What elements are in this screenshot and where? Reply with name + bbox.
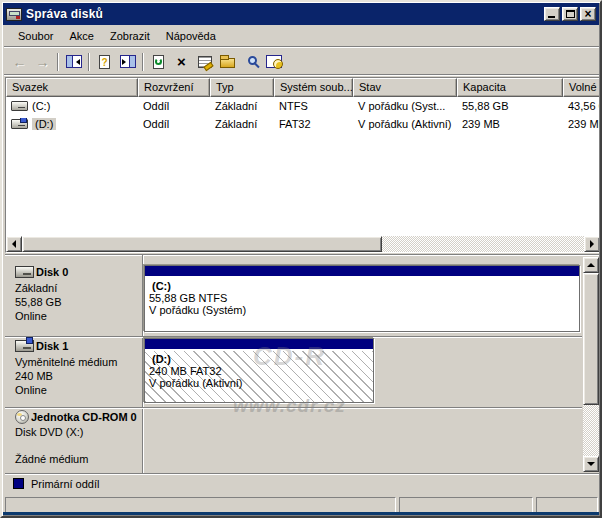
partition-d-size: 240 MB FAT32 xyxy=(149,365,373,377)
partition-d-status: V pořádku (Aktivní) xyxy=(149,377,373,389)
disk1-status: Online xyxy=(15,384,47,396)
disk-icon xyxy=(15,266,34,278)
cdrom-name: Jednotka CD-ROM 0 xyxy=(31,411,137,423)
refresh-button[interactable] xyxy=(147,51,170,73)
snapin-help-button[interactable] xyxy=(262,51,285,73)
primary-partition-band xyxy=(145,266,579,277)
cell-free: 239 MB xyxy=(563,118,601,130)
back-icon: ← xyxy=(13,55,27,69)
cell-layout: Oddíl xyxy=(138,100,210,112)
partition-c-label: (C:) xyxy=(152,280,579,292)
console-tree-icon xyxy=(66,55,82,68)
menu-bar: Soubor Akce Zobrazit Nápověda xyxy=(4,26,600,47)
disk0-header[interactable]: Disk 0 xyxy=(15,266,68,278)
scroll-right-button[interactable] xyxy=(584,236,600,252)
primary-partition-color-swatch xyxy=(13,478,24,489)
horizontal-scroll-track[interactable] xyxy=(382,236,584,252)
partition-c-status: V pořádku (Systém) xyxy=(149,304,579,316)
legend-label: Primární oddíl xyxy=(31,478,99,490)
list-header: Svazek Rozvržení Typ Systém soub... Stav… xyxy=(6,78,600,97)
volume-label: (C:) xyxy=(32,100,50,112)
disk1-type: Vyměnitelné médium xyxy=(15,356,117,368)
open-folder-icon xyxy=(220,58,235,68)
partition-c-size: 55,88 GB NTFS xyxy=(149,292,579,304)
graphical-view: Disk 0 Základní 55,88 GB Online (C:) 55,… xyxy=(5,254,601,473)
open-button[interactable] xyxy=(216,51,239,73)
minimize-button[interactable] xyxy=(544,7,560,21)
disk1-name: Disk 1 xyxy=(36,340,68,352)
column-typ[interactable]: Typ xyxy=(210,78,274,97)
volume-list: Svazek Rozvržení Typ Systém soub... Stav… xyxy=(5,77,601,253)
vertical-scroll-thumb[interactable] xyxy=(583,273,599,405)
forward-icon: → xyxy=(36,55,50,69)
column-system-souboru[interactable]: Systém soub... xyxy=(274,78,353,97)
hard-drive-icon xyxy=(11,101,28,111)
title-bar: Správa disků × xyxy=(3,3,599,25)
partition-d[interactable]: (D:) 240 MB FAT32 V pořádku (Aktivní) xyxy=(144,338,374,403)
partition-c[interactable]: (C:) 55,88 GB NTFS V pořádku (Systém) xyxy=(144,265,580,332)
magnifier-icon xyxy=(248,56,257,65)
close-icon: × xyxy=(581,7,595,21)
maximize-icon xyxy=(566,10,575,18)
cdrom-status: Žádné médium xyxy=(15,453,88,465)
scroll-up-button[interactable] xyxy=(583,257,599,273)
cell-status: V pořádku (Syst... xyxy=(353,100,457,112)
toolbar-separator xyxy=(142,53,144,71)
partition-d-label: (D:) xyxy=(152,353,373,365)
legend-bar: Primární oddíl xyxy=(5,473,601,493)
removable-disk-icon xyxy=(15,340,34,352)
cdrom-drive-letter: Disk DVD (X:) xyxy=(15,426,83,438)
scroll-down-icon xyxy=(587,462,595,470)
scroll-left-button[interactable] xyxy=(6,236,22,252)
disk0-name: Disk 0 xyxy=(36,266,68,278)
menu-akce[interactable]: Akce xyxy=(61,27,101,45)
volume-label-selected: (D:) xyxy=(32,118,56,130)
cell-free: 43,56 GB xyxy=(563,100,601,112)
menu-soubor[interactable]: Soubor xyxy=(10,27,61,45)
column-kapacita[interactable]: Kapacita xyxy=(457,78,563,97)
cell-type: Základní xyxy=(210,100,274,112)
minimize-icon xyxy=(548,16,555,18)
column-volne[interactable]: Volné xyxy=(563,78,601,97)
cdrom-header[interactable]: Jednotka CD-ROM 0 xyxy=(15,410,137,424)
app-icon xyxy=(6,8,22,21)
horizontal-scrollbar xyxy=(6,236,600,252)
disk0-size: 55,88 GB xyxy=(15,296,61,308)
toolbar: ← → ? × xyxy=(4,49,600,75)
snapin-help-icon xyxy=(266,55,282,68)
vertical-scroll-track[interactable] xyxy=(583,405,599,456)
help-topics-button[interactable]: ? xyxy=(93,51,116,73)
menu-napoveda[interactable]: Nápověda xyxy=(158,27,224,45)
cell-capacity: 55,88 GB xyxy=(457,100,563,112)
view-button[interactable] xyxy=(239,51,262,73)
row-separator xyxy=(5,407,582,408)
disk-management-window: Správa disků × Soubor Akce Zobrazit Nápo… xyxy=(0,0,602,518)
column-svazek[interactable]: Svazek xyxy=(6,78,138,97)
disk1-header[interactable]: Disk 1 xyxy=(15,340,68,352)
close-button[interactable]: × xyxy=(580,7,596,21)
column-rozvrzeni[interactable]: Rozvržení xyxy=(138,78,210,97)
horizontal-scroll-thumb[interactable] xyxy=(22,236,382,252)
show-console-tree-button[interactable] xyxy=(62,51,85,73)
cell-status: V pořádku (Aktivní) xyxy=(353,118,457,130)
table-row-d[interactable]: (D:) Oddíl Základní FAT32 V pořádku (Akt… xyxy=(6,115,600,133)
window-title: Správa disků xyxy=(26,7,544,21)
disk0-type: Základní xyxy=(15,282,57,294)
back-button[interactable]: ← xyxy=(8,51,31,73)
vertical-scrollbar xyxy=(583,257,599,472)
menu-zobrazit[interactable]: Zobrazit xyxy=(102,27,158,45)
table-row-c[interactable]: (C:) Oddíl Základní NTFS V pořádku (Syst… xyxy=(6,97,600,115)
window-bottom-edge xyxy=(2,512,602,516)
delete-button[interactable]: × xyxy=(170,51,193,73)
properties-button[interactable] xyxy=(193,51,216,73)
help-doc-icon: ? xyxy=(99,55,110,69)
show-action-pane-button[interactable] xyxy=(116,51,139,73)
forward-button[interactable]: → xyxy=(31,51,54,73)
column-stav[interactable]: Stav xyxy=(353,78,457,97)
scroll-down-button[interactable] xyxy=(583,456,599,472)
removable-drive-icon xyxy=(11,119,28,129)
refresh-icon xyxy=(153,55,164,69)
maximize-button[interactable] xyxy=(562,7,578,21)
scroll-right-icon xyxy=(590,240,598,248)
cell-fs: NTFS xyxy=(274,100,353,112)
